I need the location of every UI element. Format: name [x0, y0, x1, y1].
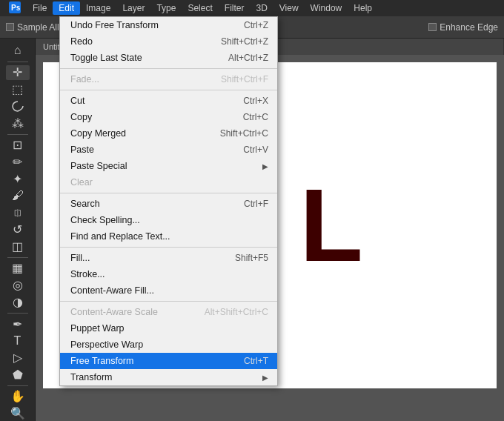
menu-item-shortcut: Ctrl+Z — [244, 20, 268, 30]
menu-item-label: Find and Replace Text... — [70, 231, 170, 242]
menu-item-clear[interactable]: Clear — [60, 174, 277, 190]
menu-view[interactable]: View — [273, 1, 305, 15]
edit-dropdown-menu[interactable]: Undo Free Transform Ctrl+Z Redo Shift+Ct… — [59, 16, 278, 386]
pen-tool-icon[interactable]: ✒ — [6, 316, 30, 332]
toolbar-divider-2 — [7, 134, 28, 135]
text-tool-icon[interactable]: T — [6, 333, 30, 348]
menu-item-fill[interactable]: Fill... Shift+F5 — [60, 250, 277, 266]
menu-item-label: Free Transform — [70, 356, 133, 366]
menu-layer[interactable]: Layer — [116, 1, 150, 15]
menu-item-fade[interactable]: Fade... Shift+Ctrl+F — [60, 71, 277, 87]
menu-item-shortcut: Ctrl+C — [243, 112, 268, 122]
home-icon[interactable]: ⌂ — [6, 43, 30, 59]
menu-item-shortcut: Ctrl+V — [243, 145, 268, 155]
blur-tool-icon[interactable]: ◎ — [6, 277, 30, 293]
marquee-tool-icon[interactable]: ⬚ — [6, 82, 30, 97]
menu-item-content-aware-fill[interactable]: Content-Aware Fill... — [60, 282, 277, 299]
menu-item-label: Fade... — [70, 74, 99, 84]
menu-file[interactable]: File — [27, 1, 53, 15]
menu-item-shortcut: Shift+F5 — [235, 253, 268, 263]
menu-item-label: Paste — [70, 145, 94, 155]
menu-3d[interactable]: 3D — [250, 1, 273, 15]
menu-filter[interactable]: Filter — [219, 1, 251, 15]
submenu-arrow-icon: ▶ — [262, 374, 268, 382]
menu-item-content-aware-scale[interactable]: Content-Aware Scale Alt+Shift+Ctrl+C — [60, 304, 277, 320]
menu-type[interactable]: Type — [150, 1, 182, 15]
toolbar-divider-3 — [7, 257, 28, 258]
enhance-edge-label: Enhance Edge — [440, 22, 498, 33]
menu-item-label: Undo Free Transform — [70, 20, 159, 30]
menu-select[interactable]: Select — [182, 1, 218, 15]
menu-item-transform[interactable]: Transform ▶ — [60, 369, 277, 385]
dodge-tool-icon[interactable]: ◑ — [6, 294, 30, 310]
menu-item-free-transform[interactable]: Free Transform Ctrl+T — [60, 353, 277, 369]
zoom-tool-icon[interactable]: 🔍 — [6, 405, 30, 421]
healing-brush-icon[interactable]: ✦ — [6, 171, 30, 187]
menu-separator-4 — [60, 247, 277, 248]
menu-item-perspective-warp[interactable]: Perspective Warp — [60, 337, 277, 353]
submenu-arrow-icon: ▶ — [262, 162, 268, 170]
menu-item-find-replace[interactable]: Find and Replace Text... — [60, 228, 277, 245]
menu-item-shortcut: Ctrl+T — [244, 356, 268, 366]
menu-item-label: Toggle Last State — [70, 53, 142, 63]
menu-item-label: Redo — [70, 36, 93, 47]
menu-item-cut[interactable]: Cut Ctrl+X — [60, 93, 277, 109]
menu-item-paste[interactable]: Paste Ctrl+V — [60, 142, 277, 158]
menu-item-label: Paste Special — [70, 161, 127, 171]
menu-item-label: Content-Aware Scale — [70, 307, 158, 317]
menu-item-shortcut: Shift+Ctrl+C — [220, 128, 268, 139]
svg-text:Ps: Ps — [11, 4, 21, 12]
menu-separator-3 — [60, 193, 277, 193]
menu-image[interactable]: Image — [80, 1, 116, 15]
menu-item-toggle-last-state[interactable]: Toggle Last State Alt+Ctrl+Z — [60, 50, 277, 66]
brush-tool-icon[interactable]: 🖌 — [6, 188, 30, 204]
menu-help[interactable]: Help — [348, 1, 378, 15]
eyedropper-icon[interactable]: ✏ — [6, 154, 30, 170]
menu-item-shortcut: Shift+Ctrl+F — [221, 74, 268, 84]
gradient-tool-icon[interactable]: ▦ — [6, 261, 30, 276]
hand-tool-icon[interactable]: ✋ — [6, 389, 30, 405]
menu-separator-5 — [60, 301, 277, 302]
menu-item-copy[interactable]: Copy Ctrl+C — [60, 109, 277, 125]
menu-item-shortcut: Ctrl+F — [244, 199, 268, 209]
menu-item-label: Copy — [70, 112, 92, 122]
enhance-edge-option: Enhance Edge — [428, 22, 498, 33]
menu-ps[interactable]: Ps — [3, 0, 27, 17]
menu-item-search[interactable]: Search Ctrl+F — [60, 196, 277, 212]
menu-item-redo[interactable]: Redo Shift+Ctrl+Z — [60, 33, 277, 50]
menu-item-puppet-warp[interactable]: Puppet Warp — [60, 320, 277, 337]
sample-all-layers-checkbox[interactable] — [6, 23, 14, 31]
menu-separator-2 — [60, 90, 277, 90]
menu-item-label: Cut — [70, 96, 84, 106]
menu-item-shortcut: Shift+Ctrl+Z — [221, 36, 268, 47]
menu-item-paste-special[interactable]: Paste Special ▶ — [60, 158, 277, 174]
crop-tool-icon[interactable]: ⊡ — [6, 137, 30, 153]
menu-item-label: Puppet Warp — [70, 323, 125, 334]
lasso-tool-icon[interactable] — [6, 99, 30, 114]
menu-item-undo-free-transform[interactable]: Undo Free Transform Ctrl+Z — [60, 17, 277, 33]
history-brush-icon[interactable]: ↺ — [6, 222, 30, 237]
menu-item-shortcut: Alt+Shift+Ctrl+C — [205, 307, 268, 317]
menu-item-copy-merged[interactable]: Copy Merged Shift+Ctrl+C — [60, 125, 277, 142]
path-selection-icon[interactable]: ▷ — [6, 350, 30, 365]
menu-separator-1 — [60, 68, 277, 69]
menu-item-shortcut: Alt+Ctrl+Z — [228, 53, 268, 63]
shape-tool-icon[interactable]: ⬟ — [6, 367, 30, 382]
menu-item-shortcut: Ctrl+X — [243, 96, 268, 106]
magic-wand-icon[interactable]: ⁂ — [6, 116, 30, 131]
menu-item-label: Clear — [70, 177, 93, 188]
enhance-edge-checkbox[interactable] — [428, 23, 437, 31]
clone-stamp-icon[interactable]: ⎅ — [6, 205, 30, 221]
menu-window[interactable]: Window — [305, 1, 348, 15]
move-tool-icon[interactable]: ✛ — [6, 65, 30, 81]
menu-item-label: Check Spelling... — [70, 215, 140, 225]
menu-item-label: Content-Aware Fill... — [70, 285, 154, 296]
menu-item-label: Search — [70, 199, 100, 209]
toolbar-divider-5 — [7, 385, 28, 386]
left-toolbar: ⌂ ✛ ⬚ ⁂ ⊡ ✏ ✦ 🖌 ⎅ ↺ ◫ ▦ ◎ ◑ ✒ T ▷ ⬟ ✋ 🔍 — [0, 39, 36, 421]
menu-item-label: Fill... — [70, 253, 90, 263]
menu-item-check-spelling[interactable]: Check Spelling... — [60, 212, 277, 228]
menu-edit[interactable]: Edit — [53, 1, 80, 15]
menu-item-stroke[interactable]: Stroke... — [60, 266, 277, 282]
eraser-icon[interactable]: ◫ — [6, 239, 30, 254]
